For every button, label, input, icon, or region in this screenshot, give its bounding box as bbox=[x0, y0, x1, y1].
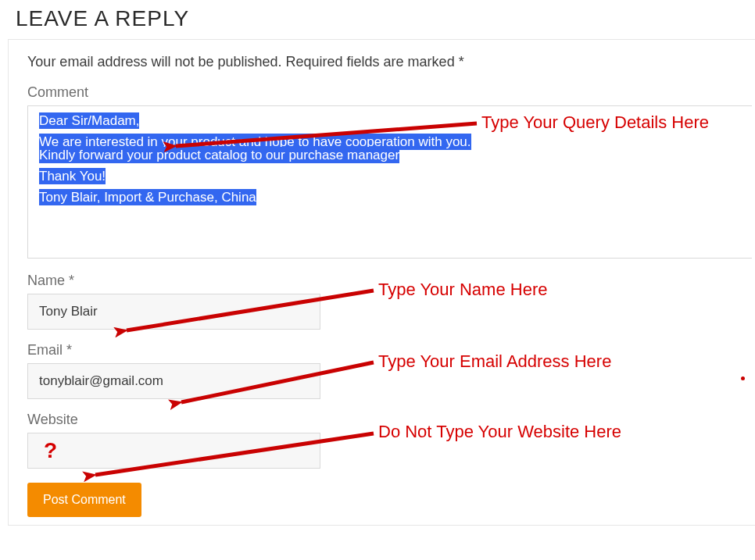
callout-query: Type Your Query Details Here bbox=[481, 112, 709, 133]
website-field[interactable]: ? bbox=[27, 433, 320, 469]
callout-name: Type Your Name Here bbox=[378, 280, 547, 300]
dot-icon bbox=[741, 376, 745, 380]
callout-email: Type Your Email Address Here bbox=[378, 351, 611, 372]
email-field[interactable] bbox=[27, 363, 320, 399]
comment-label: Comment bbox=[27, 84, 755, 101]
comment-line: Kindly forward your product catalog to o… bbox=[39, 147, 399, 163]
page-title: Leave a Reply bbox=[0, 0, 755, 39]
post-comment-button[interactable]: Post Comment bbox=[27, 483, 141, 517]
question-mark-icon: ? bbox=[39, 438, 57, 463]
name-field[interactable] bbox=[27, 294, 320, 330]
comment-line: Thank You! bbox=[39, 168, 106, 184]
comment-line: Tony Blair, Import & Purchase, China bbox=[39, 189, 256, 205]
callout-website: Do Not Type Your Website Here bbox=[378, 422, 621, 442]
intro-text: Your email address will not be published… bbox=[27, 54, 755, 70]
comment-line: Dear Sir/Madam, bbox=[39, 112, 139, 129]
